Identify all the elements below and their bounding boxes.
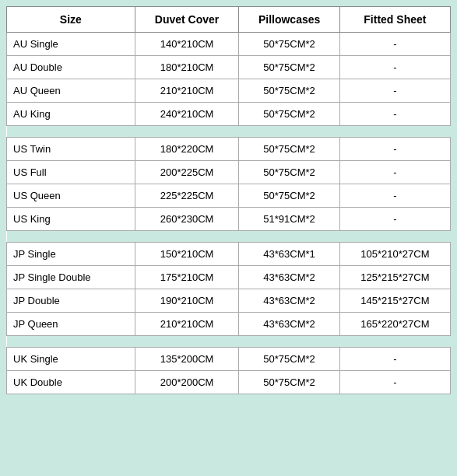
table-row: JP Single150*210CM43*63CM*1105*210*27CM — [7, 243, 451, 266]
cell-duvet: 150*210CM — [135, 243, 239, 266]
cell-duvet: 225*225CM — [135, 184, 239, 208]
cell-size: AU Single — [7, 33, 135, 56]
cell-fitted: 165*220*27CM — [339, 313, 450, 336]
cell-duvet: 180*220CM — [135, 138, 239, 161]
cell-duvet: 175*210CM — [135, 266, 239, 289]
cell-size: AU Double — [7, 56, 135, 79]
cell-fitted: - — [339, 103, 450, 126]
cell-fitted: 145*215*27CM — [339, 289, 450, 313]
cell-duvet: 240*210CM — [135, 103, 239, 126]
table-row: UK Double200*200CM50*75CM*2- — [7, 371, 451, 394]
header-size: Size — [7, 7, 135, 33]
cell-fitted: 125*215*27CM — [339, 266, 450, 289]
cell-size: JP Single — [7, 243, 135, 266]
section-gap — [7, 231, 451, 243]
cell-size: JP Single Double — [7, 266, 135, 289]
cell-fitted: - — [339, 138, 450, 161]
cell-size: US Full — [7, 161, 135, 184]
cell-fitted: - — [339, 208, 450, 231]
cell-pillowcases: 43*63CM*1 — [239, 243, 339, 266]
cell-duvet: 200*225CM — [135, 161, 239, 184]
table-row: JP Single Double175*210CM43*63CM*2125*21… — [7, 266, 451, 289]
cell-pillowcases: 50*75CM*2 — [239, 138, 339, 161]
header-duvet: Duvet Cover — [135, 7, 239, 33]
table-row: US King260*230CM51*91CM*2- — [7, 208, 451, 231]
cell-fitted: - — [339, 371, 450, 394]
cell-size: US Queen — [7, 184, 135, 208]
cell-pillowcases: 43*63CM*2 — [239, 289, 339, 313]
cell-duvet: 200*200CM — [135, 371, 239, 394]
cell-fitted: - — [339, 56, 450, 79]
cell-size: AU Queen — [7, 79, 135, 103]
cell-fitted: - — [339, 161, 450, 184]
cell-pillowcases: 51*91CM*2 — [239, 208, 339, 231]
cell-pillowcases: 43*63CM*2 — [239, 313, 339, 336]
section-gap — [7, 336, 451, 348]
table-row: US Queen225*225CM50*75CM*2- — [7, 184, 451, 208]
table-row: JP Queen210*210CM43*63CM*2165*220*27CM — [7, 313, 451, 336]
cell-pillowcases: 50*75CM*2 — [239, 348, 339, 371]
table-wrapper: Size Duvet Cover Pillowcases Fitted Shee… — [6, 6, 451, 394]
cell-pillowcases: 50*75CM*2 — [239, 103, 339, 126]
cell-pillowcases: 43*63CM*2 — [239, 266, 339, 289]
cell-size: JP Queen — [7, 313, 135, 336]
header-row: Size Duvet Cover Pillowcases Fitted Shee… — [7, 7, 451, 33]
table-row: AU King240*210CM50*75CM*2- — [7, 103, 451, 126]
header-fitted: Fitted Sheet — [339, 7, 450, 33]
cell-fitted: - — [339, 348, 450, 371]
cell-duvet: 190*210CM — [135, 289, 239, 313]
cell-duvet: 135*200CM — [135, 348, 239, 371]
cell-fitted: - — [339, 184, 450, 208]
table-row: AU Single140*210CM50*75CM*2- — [7, 33, 451, 56]
section-gap — [7, 126, 451, 138]
cell-size: UK Double — [7, 371, 135, 394]
cell-duvet: 210*210CM — [135, 79, 239, 103]
table-row: UK Single135*200CM50*75CM*2- — [7, 348, 451, 371]
cell-pillowcases: 50*75CM*2 — [239, 161, 339, 184]
size-table: Size Duvet Cover Pillowcases Fitted Shee… — [6, 6, 451, 394]
cell-pillowcases: 50*75CM*2 — [239, 371, 339, 394]
cell-duvet: 260*230CM — [135, 208, 239, 231]
cell-size: AU King — [7, 103, 135, 126]
cell-pillowcases: 50*75CM*2 — [239, 33, 339, 56]
table-row: JP Double190*210CM43*63CM*2145*215*27CM — [7, 289, 451, 313]
cell-pillowcases: 50*75CM*2 — [239, 56, 339, 79]
cell-duvet: 210*210CM — [135, 313, 239, 336]
cell-fitted: - — [339, 33, 450, 56]
cell-duvet: 180*210CM — [135, 56, 239, 79]
cell-size: US Twin — [7, 138, 135, 161]
cell-size: US King — [7, 208, 135, 231]
table-row: US Twin180*220CM50*75CM*2- — [7, 138, 451, 161]
table-row: US Full200*225CM50*75CM*2- — [7, 161, 451, 184]
cell-pillowcases: 50*75CM*2 — [239, 79, 339, 103]
cell-pillowcases: 50*75CM*2 — [239, 184, 339, 208]
cell-fitted: - — [339, 79, 450, 103]
cell-size: UK Single — [7, 348, 135, 371]
table-row: AU Queen210*210CM50*75CM*2- — [7, 79, 451, 103]
header-pillowcases: Pillowcases — [239, 7, 339, 33]
cell-duvet: 140*210CM — [135, 33, 239, 56]
cell-size: JP Double — [7, 289, 135, 313]
cell-fitted: 105*210*27CM — [339, 243, 450, 266]
table-row: AU Double180*210CM50*75CM*2- — [7, 56, 451, 79]
